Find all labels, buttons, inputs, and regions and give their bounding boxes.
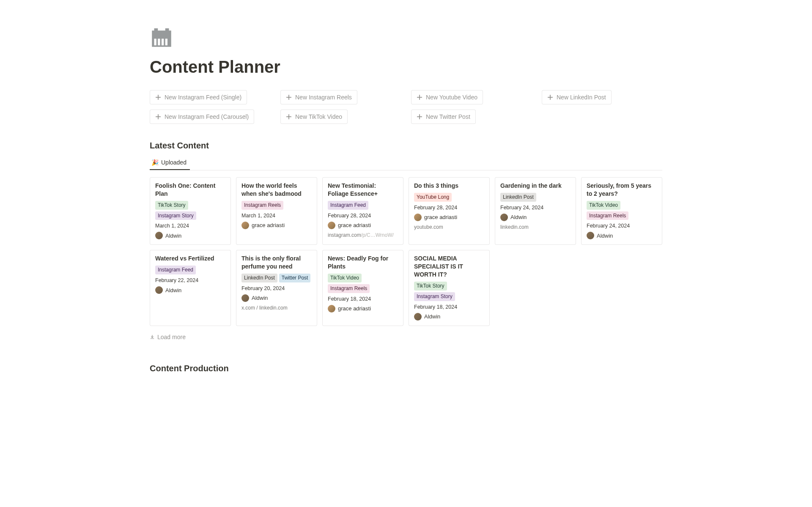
plus-icon xyxy=(547,94,553,100)
content-card[interactable]: Seriously, from 5 years to 2 years?TikTo… xyxy=(581,177,662,245)
avatar xyxy=(155,232,163,239)
load-more-button[interactable]: Load more xyxy=(150,334,662,340)
content-card[interactable]: SOCIAL MEDIA SPECIALIST IS IT WORTH IT?T… xyxy=(409,250,490,326)
page-title: Content Planner xyxy=(150,58,662,77)
card-tags: TikTok StoryInstagram Story xyxy=(414,282,484,301)
card-tags: TikTok VideoInstagram Reels xyxy=(328,274,398,293)
new-buttons-grid: New Instagram Feed (Single)New Instagram… xyxy=(150,90,662,124)
card-date: March 1, 2024 xyxy=(241,213,312,219)
svg-rect-4 xyxy=(158,39,160,46)
button-label: New Instagram Feed (Single) xyxy=(165,94,241,101)
view-tabs: 🎉 Uploaded xyxy=(150,156,662,170)
tag: Instagram Feed xyxy=(155,266,196,274)
tab-uploaded[interactable]: 🎉 Uploaded xyxy=(150,156,190,170)
svg-rect-6 xyxy=(165,39,167,46)
card-person: Aldwin xyxy=(414,313,484,321)
new-content-button[interactable]: New Instagram Feed (Single) xyxy=(150,90,247,104)
tab-label: Uploaded xyxy=(161,159,187,166)
card-tags: TikTok VideoInstagram Reels xyxy=(587,201,657,220)
button-label: New Instagram Feed (Carousel) xyxy=(165,113,249,120)
new-content-button[interactable]: New Instagram Feed (Carousel) xyxy=(150,110,254,124)
card-date: February 20, 2024 xyxy=(241,285,312,291)
plus-icon xyxy=(417,94,422,100)
svg-rect-3 xyxy=(154,39,156,46)
button-label: New Youtube Video xyxy=(426,94,477,101)
person-name: Aldwin xyxy=(424,313,440,320)
plus-icon xyxy=(155,114,161,120)
avatar xyxy=(500,214,508,221)
card-link[interactable]: instagram.com/p/C…WrnoW/ xyxy=(328,232,398,238)
card-tags: Instagram Feed xyxy=(155,266,225,274)
plus-icon xyxy=(155,94,161,100)
new-content-button[interactable]: New Instagram Reels xyxy=(280,90,357,104)
card-person: grace adriasti xyxy=(414,214,484,221)
button-label: New LinkedIn Post xyxy=(557,94,606,101)
tag: Instagram Reels xyxy=(587,211,628,220)
content-card[interactable]: This is the only floral perfume you need… xyxy=(236,250,317,326)
card-tags: Instagram Reels xyxy=(241,201,312,210)
person-name: Aldwin xyxy=(252,295,268,301)
tag: LinkedIn Post xyxy=(241,274,277,282)
content-card[interactable]: Watered vs FertilizedInstagram FeedFebru… xyxy=(150,250,231,326)
tag: YouTube Long xyxy=(414,193,452,202)
avatar xyxy=(414,313,422,321)
svg-rect-1 xyxy=(154,28,158,31)
tag: TikTok Video xyxy=(328,274,362,282)
card-date: February 18, 2024 xyxy=(414,304,484,310)
card-person: Aldwin xyxy=(241,294,312,302)
card-person: Aldwin xyxy=(587,232,657,239)
page-icon[interactable] xyxy=(150,25,173,49)
plus-icon xyxy=(417,114,422,120)
card-link[interactable]: x.com / linkedin.com xyxy=(241,305,312,311)
content-card[interactable]: Do this 3 thingsYouTube LongFebruary 28,… xyxy=(409,177,490,245)
content-card[interactable]: News: Deadly Fog for PlantsTikTok VideoI… xyxy=(322,250,403,326)
card-link[interactable]: linkedin.com xyxy=(500,224,571,230)
tag: LinkedIn Post xyxy=(500,193,536,202)
plus-icon xyxy=(286,114,292,120)
person-name: grace adriasti xyxy=(338,305,371,312)
load-more-label: Load more xyxy=(157,334,186,340)
tag: Instagram Reels xyxy=(241,201,283,210)
card-date: February 28, 2024 xyxy=(328,213,398,219)
card-date: February 22, 2024 xyxy=(155,277,225,283)
person-name: grace adriasti xyxy=(424,214,457,220)
card-tags: TikTok StoryInstagram Story xyxy=(155,201,225,220)
tag: TikTok Video xyxy=(587,201,620,210)
card-person: Aldwin xyxy=(155,286,225,294)
tag: TikTok Story xyxy=(414,282,447,290)
card-date: February 24, 2024 xyxy=(500,205,571,211)
card-person: Aldwin xyxy=(500,214,571,221)
tag: Instagram Story xyxy=(414,292,455,301)
svg-rect-2 xyxy=(165,28,169,31)
tag: Instagram Story xyxy=(155,211,196,220)
avatar xyxy=(414,214,422,221)
party-popper-icon: 🎉 xyxy=(151,159,159,166)
avatar xyxy=(587,232,594,239)
card-date: February 24, 2024 xyxy=(587,223,657,229)
new-content-button[interactable]: New Youtube Video xyxy=(411,90,483,104)
new-content-button[interactable]: New TikTok Video xyxy=(280,110,348,124)
card-title: This is the only floral perfume you need xyxy=(241,255,312,271)
card-title: Gardening in the dark xyxy=(500,182,571,190)
card-tags: Instagram Feed xyxy=(328,201,398,210)
person-name: Aldwin xyxy=(165,287,181,293)
content-card[interactable]: How the world feels when she's badmoodIn… xyxy=(236,177,317,245)
person-name: Aldwin xyxy=(597,233,613,239)
card-title: SOCIAL MEDIA SPECIALIST IS IT WORTH IT? xyxy=(414,255,484,279)
cards-grid: Foolish One: Content PlanTikTok StoryIns… xyxy=(150,177,662,326)
card-person: grace adriasti xyxy=(328,222,398,229)
avatar xyxy=(328,222,335,229)
card-title: News: Deadly Fog for Plants xyxy=(328,255,398,271)
avatar xyxy=(155,286,163,294)
latest-content-title: Latest Content xyxy=(150,141,662,151)
card-title: Watered vs Fertilized xyxy=(155,255,225,263)
person-name: Aldwin xyxy=(510,214,527,220)
new-content-button[interactable]: New Twitter Post xyxy=(411,110,476,124)
card-date: February 18, 2024 xyxy=(328,296,398,302)
content-card[interactable]: Gardening in the darkLinkedIn PostFebrua… xyxy=(495,177,576,245)
new-content-button[interactable]: New LinkedIn Post xyxy=(542,90,612,104)
card-link[interactable]: youtube.com xyxy=(414,224,484,230)
tag: Instagram Feed xyxy=(328,201,368,210)
content-card[interactable]: Foolish One: Content PlanTikTok StoryIns… xyxy=(150,177,231,245)
content-card[interactable]: New Testimonial: Foliage Essence+Instagr… xyxy=(322,177,403,245)
